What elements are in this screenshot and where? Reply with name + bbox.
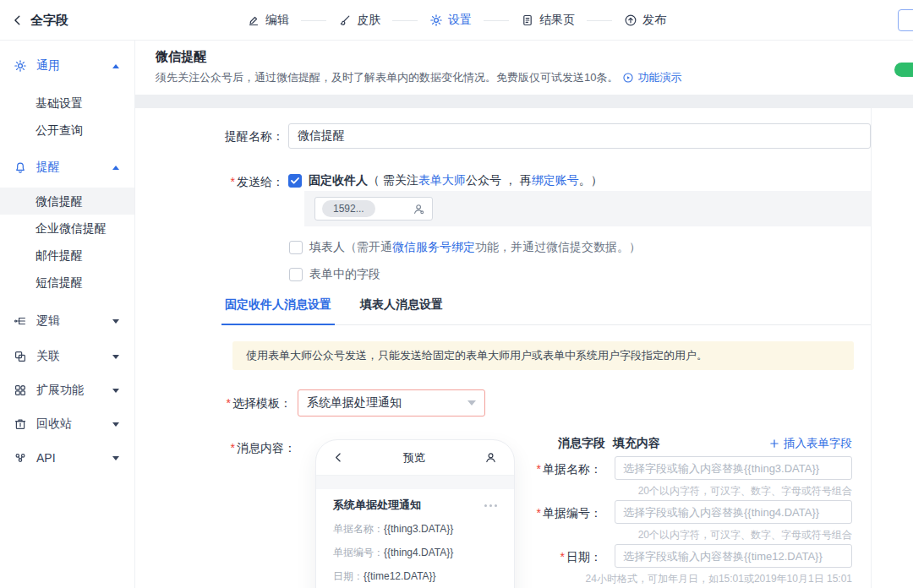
template-selected-value: 系统单据处理通知	[307, 395, 402, 411]
message-row: 日期：{{time12.DATA}}	[333, 569, 497, 584]
sidebar-group-label: 逻辑	[36, 313, 60, 329]
insert-form-field-button[interactable]: 插入表单字段	[727, 436, 852, 451]
recipient-selector[interactable]: 1592...	[314, 197, 433, 220]
sidebar-group-logic[interactable]: 逻辑	[0, 304, 134, 338]
sidebar-group-reminder[interactable]: 提醒	[0, 150, 134, 184]
sidebar-group-api[interactable]: API	[0, 441, 134, 475]
phone-nav-bar: 预览	[316, 440, 514, 476]
form-filler-label: 填表人	[309, 240, 345, 255]
sidebar-item-wecom-reminder[interactable]: 企业微信提醒	[0, 215, 134, 242]
expand-arrow-icon	[112, 456, 119, 460]
sidebar-item-email-reminder[interactable]: 邮件提醒	[0, 242, 134, 269]
nav-settings[interactable]: 设置	[429, 13, 472, 28]
column-header-field: 消息字段	[558, 436, 605, 451]
phone-preview: 预览 系统单据处理通知 单据名称：{{thing3.DATA}} 单据编号：{{…	[315, 439, 515, 588]
nav-separator	[392, 20, 418, 21]
form-master-link[interactable]: 表单大师	[418, 173, 466, 188]
apps-grid-icon	[14, 384, 27, 397]
field-input-doc-number[interactable]	[615, 500, 852, 524]
message-row: 单据名称：{{thing3.DATA}}	[333, 522, 497, 536]
nav-edit-label: 编辑	[265, 13, 289, 28]
bind-account-link[interactable]: 绑定账号	[532, 173, 579, 188]
reminder-name-label: 提醒名称：	[169, 129, 284, 144]
recipient-tag[interactable]: 1592...	[322, 200, 375, 217]
field-label-date: 日期：	[507, 550, 602, 565]
logic-flow-icon	[14, 314, 27, 328]
notice-banner: 使用表单大师公众号发送，只能发送给固定的表单大师用户或表单中系统用户字段指定的用…	[232, 341, 854, 370]
template-select[interactable]: 系统单据处理通知	[298, 389, 485, 416]
nav-publish-label: 发布	[642, 13, 666, 28]
message-row: 单据编号：{{thing4.DATA}}	[333, 546, 497, 560]
field-input-doc-name[interactable]	[615, 456, 852, 480]
field-hint: 24小时格式，可加年月日，如15:01或2019年10月1日 15:01	[556, 572, 852, 586]
message-settings-tabs: 固定收件人消息设置 填表人消息设置	[221, 297, 871, 325]
sidebar-item-sms-reminder[interactable]: 短信提醒	[0, 269, 134, 296]
form-filler-checkbox[interactable]	[289, 241, 303, 254]
tab-fixed-recipient-message[interactable]: 固定收件人消息设置	[221, 297, 335, 325]
field-label-doc-number: 单据编号：	[507, 506, 602, 521]
nav-skin-label: 皮肤	[357, 13, 380, 28]
page-description: 须先关注公众号后，通过微信提醒，及时了解表单内的数据变化情况。免费版仅可试发送1…	[156, 70, 618, 85]
plus-icon	[769, 438, 779, 449]
message-row-label: 日期：	[333, 570, 364, 582]
field-label-doc-name: 单据名称：	[507, 462, 602, 477]
wechat-service-bind-link[interactable]: 微信服务号绑定	[392, 240, 475, 255]
nav-result-page[interactable]: 结果页	[521, 13, 575, 28]
content-right-border	[871, 108, 872, 588]
form-filler-option: 填表人 （需开通微信服务号绑定功能，并通过微信提交数据。）	[289, 240, 641, 255]
edge-action-button[interactable]	[898, 9, 913, 31]
publish-icon	[624, 14, 637, 27]
message-row-value: {{thing4.DATA}}	[384, 547, 453, 558]
form-field-label: 表单中的字段	[309, 267, 380, 282]
settings-sidebar: 通用 基础设置 公开查询 提醒 微信提醒 企业微信提醒 邮件提醒 短信提醒 逻辑	[0, 41, 135, 588]
more-icon	[484, 504, 497, 507]
top-nav: 编辑 皮肤 设置 结果页	[247, 0, 666, 41]
sidebar-group-recycle-bin[interactable]: 回收站	[0, 407, 134, 441]
trash-icon	[14, 417, 27, 431]
brush-icon	[338, 14, 352, 27]
page-title: 微信提醒	[156, 49, 206, 65]
sidebar-group-label: 提醒	[36, 160, 60, 175]
reminder-name-input[interactable]	[288, 123, 871, 149]
note-text: 功能，并通过微信提交数据。）	[475, 240, 641, 255]
message-card-title: 系统单据处理通知	[333, 498, 421, 513]
field-input-date[interactable]	[615, 544, 852, 568]
page-description-row: 须先关注公众号后，通过微信提醒，及时了解表单内的数据变化情况。免费版仅可试发送1…	[156, 70, 681, 85]
nav-publish[interactable]: 发布	[624, 13, 666, 28]
form-title: 全字段	[30, 13, 68, 29]
nav-settings-label: 设置	[448, 13, 472, 28]
collapse-arrow-icon	[112, 166, 119, 170]
expand-arrow-icon	[112, 389, 119, 393]
message-row-value: {{time12.DATA}}	[364, 570, 436, 582]
back-button[interactable]: 全字段	[12, 0, 68, 41]
sidebar-item-basic-settings[interactable]: 基础设置	[0, 90, 134, 117]
chevron-left-icon	[333, 452, 344, 463]
api-icon	[14, 451, 27, 465]
form-field-checkbox[interactable]	[289, 268, 303, 281]
nav-skin[interactable]: 皮肤	[338, 13, 380, 28]
collapse-arrow-icon	[112, 64, 119, 68]
feature-demo-link[interactable]: 功能演示	[622, 70, 681, 85]
sidebar-group-relation[interactable]: 关联	[0, 340, 134, 373]
message-row-label: 单据名称：	[333, 523, 384, 535]
tab-filler-message[interactable]: 填表人消息设置	[357, 297, 446, 324]
sidebar-item-wechat-reminder[interactable]: 微信提醒	[0, 188, 134, 215]
fixed-recipient-checkbox[interactable]	[288, 174, 302, 188]
sidebar-group-label: 通用	[36, 58, 60, 74]
relation-icon	[14, 350, 27, 363]
form-field-option: 表单中的字段	[289, 267, 380, 282]
fixed-recipient-option: 固定收件人 （ 需关注 表单大师公众号 ， 再 绑定账号。）	[288, 172, 603, 189]
gear-icon	[14, 59, 27, 73]
send-to-label: 发送给：	[169, 175, 284, 190]
nav-separator	[484, 20, 509, 21]
top-bar: 全字段 编辑 皮肤 设置	[0, 0, 913, 41]
feature-demo-label: 功能演示	[637, 70, 681, 85]
sidebar-group-general[interactable]: 通用	[0, 49, 134, 83]
person-icon	[484, 451, 497, 464]
sidebar-item-public-query[interactable]: 公开查询	[0, 117, 134, 144]
nav-separator	[587, 20, 612, 21]
sidebar-group-extensions[interactable]: 扩展功能	[0, 373, 134, 407]
contact-picker-icon[interactable]	[413, 203, 425, 215]
nav-edit[interactable]: 编辑	[247, 13, 289, 28]
enable-toggle[interactable]	[894, 63, 913, 77]
